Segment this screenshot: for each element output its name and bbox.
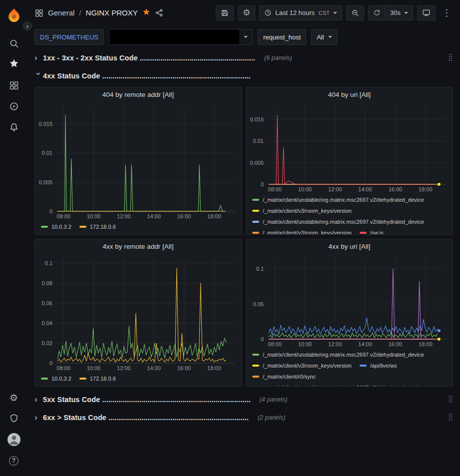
row-header-6xx[interactable]: › 6xx > Status Code ....................… — [34, 411, 453, 424]
row-header-1xx-3xx-2xx[interactable]: › 1xx - 3xx - 2xx Status Code ..........… — [34, 51, 453, 64]
sidebar-item-search[interactable] — [3, 33, 25, 54]
svg-text:0.02: 0.02 — [42, 340, 52, 346]
favorite-star-icon[interactable] — [142, 8, 150, 18]
search-icon — [9, 38, 19, 48]
panel-title[interactable]: 4xx by uri [All] — [246, 239, 453, 253]
svg-text:0.08: 0.08 — [42, 280, 52, 286]
sidebar-item-home[interactable] — [3, 4, 25, 28]
datasource-select[interactable] — [109, 29, 253, 45]
sidebar-item-profile[interactable] — [3, 429, 25, 450]
row-header-5xx[interactable]: › 5xx Status Code ......................… — [34, 393, 453, 406]
sidebar-item-explore[interactable] — [3, 96, 25, 117]
legend-item[interactable]: 172.18.0.6 — [79, 221, 116, 232]
svg-text:0.06: 0.06 — [42, 300, 52, 306]
request-host-label[interactable]: request_host — [258, 29, 306, 45]
row-drag-handle[interactable]: ⣿ — [448, 395, 453, 403]
legend-item[interactable]: /api/live/ws — [360, 360, 397, 371]
legend-label: /api/live/ws — [370, 363, 397, 369]
sidebar-item-alerting[interactable] — [3, 117, 25, 138]
svg-text:0: 0 — [261, 336, 264, 342]
row-panel-count: (6 panels) — [264, 54, 292, 61]
panel-404-by-remote-addr: 404 by remote addr [All] 08:0010:0012:00… — [34, 87, 242, 235]
help-icon: ? — [9, 456, 18, 466]
panel-title[interactable]: 4xx by remote addr [All] — [35, 239, 241, 253]
svg-text:0.05: 0.05 — [253, 301, 264, 307]
legend-item[interactable]: /_matrix/client/unstable/org.matrix.msc2… — [252, 216, 424, 227]
svg-text:16:00: 16:00 — [177, 213, 191, 219]
panel-title[interactable]: 404 by uri [All] — [246, 87, 453, 101]
legend-item[interactable]: /_matrix/client/unstable/org.matrix.msc2… — [252, 194, 424, 205]
dashboard-title[interactable]: NGINX PROXY — [86, 8, 138, 17]
datasource-select-value — [109, 29, 239, 44]
legend-item[interactable]: 10.0.3.2 — [41, 221, 71, 232]
row-drag-handle[interactable]: ⣿ — [448, 53, 453, 61]
save-icon — [221, 9, 229, 17]
breadcrumb-folder[interactable]: General — [48, 8, 74, 17]
request-host-value: All — [317, 33, 324, 41]
save-dashboard-button[interactable] — [216, 5, 234, 20]
bell-icon — [9, 122, 19, 132]
legend-swatch-icon — [252, 199, 259, 201]
legend-item[interactable]: /_matrix/client/v3/room_keys/version — [252, 227, 352, 234]
svg-text:14:00: 14:00 — [147, 213, 161, 219]
legend-item[interactable]: /_matrix/client/unstable/org.matrix.msc2… — [252, 349, 424, 360]
row-drag-handle[interactable]: ⣿ — [448, 413, 453, 421]
svg-text:0.1: 0.1 — [45, 260, 52, 266]
chart-4xx-by-remote-addr[interactable]: 08:0010:0012:0014:0016:0018:0000.020.040… — [35, 253, 241, 373]
share-icon[interactable] — [155, 8, 163, 17]
sidebar-item-dashboards[interactable] — [3, 75, 25, 96]
kebab-menu-button[interactable]: ⋮ — [440, 5, 454, 20]
row-panel-count: (2 panels) — [258, 414, 286, 421]
legend-item[interactable]: /sw.js — [360, 227, 384, 234]
shield-icon — [9, 414, 19, 424]
apps-grid-icon[interactable] — [34, 8, 43, 17]
sidebar: ⚙ ? — [0, 0, 27, 476]
sidebar-item-help[interactable]: ? — [3, 450, 25, 471]
svg-text:0.005: 0.005 — [38, 179, 52, 185]
sidebar-item-starred[interactable] — [3, 54, 25, 75]
legend-label: 172.18.0.6 — [90, 224, 116, 230]
row-title: 4xx Status Code ........................… — [43, 72, 251, 80]
svg-text:0.01: 0.01 — [253, 138, 264, 144]
request-host-select[interactable]: All — [311, 29, 337, 45]
legend-label: /_matrix/client/r0/sync — [263, 374, 316, 380]
chevron-right-icon: › — [34, 395, 43, 404]
avatar — [7, 433, 20, 446]
dashboard-settings-button[interactable]: ⚙ — [238, 5, 255, 20]
zoom-out-button[interactable] — [346, 5, 364, 20]
legend-item[interactable]: /_matrix/client/v3/room_keys/version — [252, 205, 352, 216]
chevron-right-icon: › — [34, 53, 43, 62]
chart-4xx-by-uri[interactable]: 08:0010:0012:0014:0016:0018:0000.050.1 — [246, 253, 453, 349]
chart-404-by-remote-addr[interactable]: 08:0010:0012:0014:0016:0018:0000.0050.01… — [35, 101, 241, 221]
panel-404-by-uri: 404 by uri [All] 08:0010:0012:0014:0016:… — [246, 87, 453, 235]
svg-text:12:00: 12:00 — [117, 365, 131, 371]
sidebar-expand-button[interactable]: › — [23, 21, 32, 30]
gear-icon: ⚙ — [9, 393, 18, 403]
cycle-view-mode-button[interactable] — [417, 5, 436, 20]
row-header-4xx[interactable]: › 4xx Status Code ......................… — [34, 69, 453, 82]
chart-legend: /_matrix/client/unstable/org.matrix.msc2… — [246, 349, 453, 386]
sidebar-item-server-admin[interactable] — [3, 408, 25, 429]
panel-title[interactable]: 404 by remote addr [All] — [35, 87, 241, 101]
chart-404-by-uri[interactable]: 08:0010:0012:0014:0016:0018:0000.0050.01… — [246, 101, 453, 194]
refresh-button-group[interactable]: 30s — [368, 5, 413, 20]
legend-item[interactable]: /_matrix/client/r0/sync — [252, 371, 316, 382]
legend-item[interactable]: /_matrix/client/unstable/org.matrix.msc2… — [252, 382, 424, 386]
chevron-down-icon: › — [34, 72, 43, 81]
legend-label: /_matrix/client/unstable/org.matrix.msc2… — [263, 197, 424, 203]
legend-item[interactable]: 10.0.3.2 — [41, 373, 71, 384]
monitor-icon — [422, 8, 431, 17]
svg-text:08:00: 08:00 — [268, 341, 282, 347]
legend-item[interactable]: /_matrix/client/v3/room_keys/version — [252, 360, 352, 371]
legend-label: /sw.js — [370, 230, 384, 234]
time-range-picker[interactable]: Last 12 hours CST — [259, 5, 342, 20]
sidebar-item-configuration[interactable]: ⚙ — [3, 387, 25, 408]
panel-4xx-by-remote-addr: 4xx by remote addr [All] 08:0010:0012:00… — [34, 239, 242, 387]
row-title: 1xx - 3xx - 2xx Status Code ............… — [43, 54, 255, 62]
row-panel-count: (4 panels) — [260, 396, 288, 403]
chart-legend: /_matrix/client/unstable/org.matrix.msc2… — [246, 194, 453, 234]
svg-text:0.1: 0.1 — [256, 266, 264, 272]
datasource-label[interactable]: DS_PROMETHEUS — [34, 29, 104, 45]
legend-swatch-icon — [360, 365, 367, 367]
legend-item[interactable]: 172.18.0.6 — [79, 373, 116, 384]
